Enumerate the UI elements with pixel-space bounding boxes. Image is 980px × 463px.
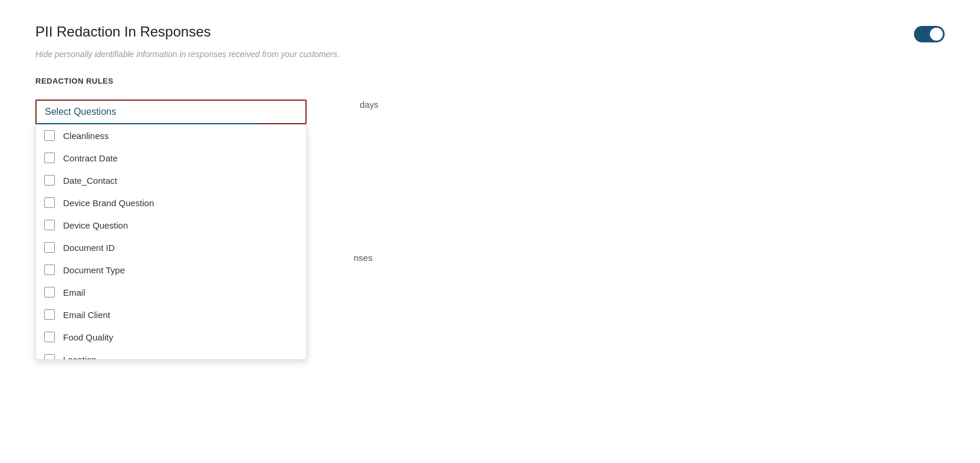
responses-text: nses [354, 253, 373, 263]
checkbox-box[interactable] [44, 197, 55, 208]
responses-row: nses [354, 253, 373, 263]
checkbox-label: Cleanliness [63, 131, 109, 141]
dropdown-item[interactable]: Email [36, 281, 306, 303]
page-title: PII Redaction In Responses [35, 24, 211, 40]
dropdown-item[interactable]: Cleanliness [36, 124, 306, 147]
dropdown-item[interactable]: Document ID [36, 236, 306, 259]
checkbox-label: Location- [63, 355, 100, 361]
checkbox-box[interactable] [44, 175, 55, 186]
dropdown-item[interactable]: Device Brand Question [36, 191, 306, 214]
checkbox-box[interactable] [44, 153, 55, 163]
dropdown-list: CleanlinessContract DateDate_ContactDevi… [35, 124, 307, 360]
toggle-switch[interactable] [914, 26, 945, 42]
checkbox-label: Food Quality [63, 332, 113, 342]
checkbox-box[interactable] [44, 264, 55, 275]
checkbox-box[interactable] [44, 309, 55, 320]
checkbox-label: Document ID [63, 243, 115, 253]
checkbox-label: Email [63, 287, 85, 297]
checkbox-box[interactable] [44, 354, 55, 360]
dropdown-item[interactable]: Food Quality [36, 326, 306, 348]
checkbox-label: Document Type [63, 265, 125, 275]
dropdown-item[interactable]: Location- [36, 348, 306, 360]
dropdown-item[interactable]: Email Client [36, 303, 306, 326]
checkbox-box[interactable] [44, 130, 55, 141]
select-questions-input[interactable]: Select Questions [35, 100, 307, 124]
checkbox-label: Date_Contact [63, 176, 117, 186]
dropdown-item[interactable]: Device Question [36, 214, 306, 236]
dropdown-item[interactable]: Document Type [36, 259, 306, 281]
days-label: days [360, 100, 379, 110]
dropdown-item[interactable]: Date_Contact [36, 169, 306, 191]
checkbox-box[interactable] [44, 242, 55, 253]
pii-toggle[interactable] [914, 24, 945, 42]
main-content: days nses Select Questions CleanlinessCo… [35, 100, 945, 124]
dropdown-item[interactable]: Contract Date [36, 147, 306, 169]
dropdown-wrapper[interactable]: Select Questions CleanlinessContract Dat… [35, 100, 307, 124]
checkbox-box[interactable] [44, 332, 55, 342]
toggle-track [914, 26, 945, 42]
checkbox-box[interactable] [44, 287, 55, 297]
page-subtitle: Hide personally identifiable information… [35, 49, 945, 59]
checkbox-label: Device Question [63, 220, 128, 230]
checkbox-box[interactable] [44, 220, 55, 230]
checkbox-label: Contract Date [63, 153, 118, 163]
days-row: days [354, 100, 379, 110]
checkbox-label: Email Client [63, 310, 110, 320]
checkbox-label: Device Brand Question [63, 198, 154, 208]
section-title: REDACTION RULES [35, 77, 945, 85]
toggle-thumb [930, 28, 943, 41]
